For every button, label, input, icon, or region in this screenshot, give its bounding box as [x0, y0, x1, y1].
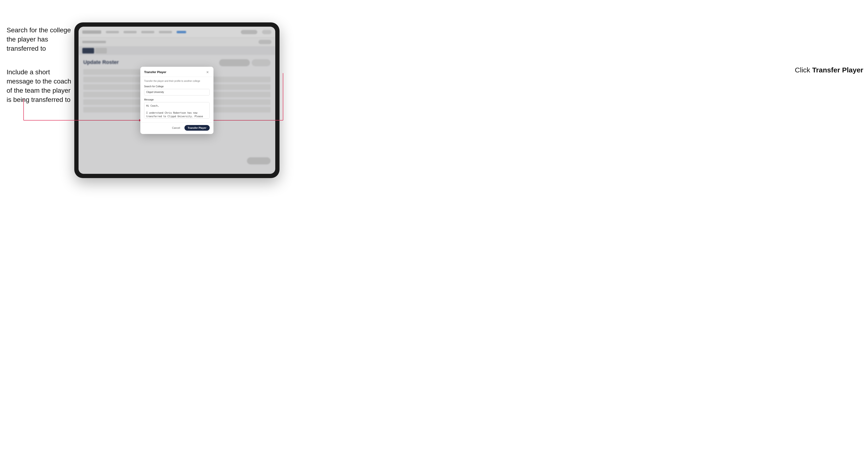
message-textarea[interactable] — [144, 102, 210, 119]
annotation-left-bottom: Include a short message to the coach of … — [7, 67, 73, 104]
annotation-right: Click Transfer Player — [795, 66, 863, 74]
ipad-frame: Update Roster Transfer Player — [74, 22, 280, 178]
search-college-input[interactable] — [144, 89, 210, 96]
ipad-screen: Update Roster Transfer Player — [79, 27, 275, 174]
modal-close-button[interactable]: ✕ — [206, 70, 210, 74]
modal-title: Transfer Player — [144, 70, 166, 74]
modal-overlay: Transfer Player ✕ Transfer the player an… — [79, 27, 275, 174]
transfer-player-modal: Transfer Player ✕ Transfer the player an… — [140, 67, 214, 134]
cancel-button[interactable]: Cancel — [170, 125, 182, 130]
message-label: Message — [144, 98, 210, 101]
search-college-label: Search for College — [144, 85, 210, 88]
modal-footer: Cancel Transfer Player — [140, 122, 214, 134]
modal-body: Transfer the player and their profile to… — [140, 77, 214, 122]
transfer-player-button[interactable]: Transfer Player — [184, 125, 210, 131]
annotation-left-container: Search for the college the player has tr… — [7, 26, 73, 104]
modal-description: Transfer the player and their profile to… — [144, 80, 210, 82]
modal-header: Transfer Player ✕ — [140, 67, 214, 77]
annotation-left-top: Search for the college the player has tr… — [7, 26, 73, 53]
